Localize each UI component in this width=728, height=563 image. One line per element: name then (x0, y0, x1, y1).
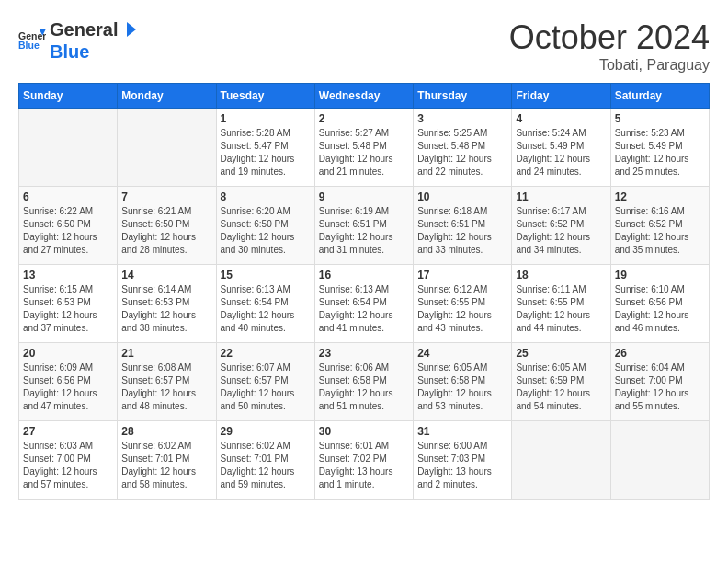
day-number: 6 (23, 190, 113, 203)
day-number: 16 (319, 269, 409, 282)
day-info: Sunrise: 6:02 AM Sunset: 7:01 PM Dayligh… (221, 440, 311, 491)
calendar-cell: 1 Sunrise: 5:28 AM Sunset: 5:47 PM Dayli… (216, 109, 314, 187)
day-info: Sunrise: 6:20 AM Sunset: 6:50 PM Dayligh… (221, 205, 311, 257)
calendar-cell: 12 Sunrise: 6:16 AM Sunset: 6:52 PM Dayl… (610, 187, 709, 265)
sunset: Sunset: 6:50 PM (221, 218, 311, 231)
sunrise: Sunrise: 6:14 AM (121, 283, 211, 296)
day-info: Sunrise: 6:13 AM Sunset: 6:54 PM Dayligh… (221, 283, 311, 335)
weekday-header-sunday: Sunday (19, 84, 118, 109)
svg-text:Blue: Blue (18, 40, 40, 51)
calendar-cell: 20 Sunrise: 6:09 AM Sunset: 6:56 PM Dayl… (19, 343, 118, 421)
day-info: Sunrise: 6:01 AM Sunset: 7:02 PM Dayligh… (319, 440, 409, 491)
day-info: Sunrise: 6:03 AM Sunset: 7:00 PM Dayligh… (23, 440, 113, 491)
sunrise: Sunrise: 6:19 AM (319, 205, 409, 218)
day-info: Sunrise: 6:11 AM Sunset: 6:55 PM Dayligh… (516, 283, 606, 335)
sunrise: Sunrise: 6:13 AM (221, 283, 311, 296)
sunset: Sunset: 5:48 PM (417, 140, 507, 153)
sunset: Sunset: 5:49 PM (516, 140, 606, 153)
calendar-cell: 16 Sunrise: 6:13 AM Sunset: 6:54 PM Dayl… (314, 265, 413, 343)
sunset: Sunset: 6:58 PM (417, 374, 507, 387)
day-info: Sunrise: 5:28 AM Sunset: 5:47 PM Dayligh… (221, 127, 311, 178)
day-number: 30 (319, 425, 409, 438)
day-info: Sunrise: 6:13 AM Sunset: 6:54 PM Dayligh… (319, 283, 409, 335)
day-info: Sunrise: 6:09 AM Sunset: 6:56 PM Dayligh… (23, 362, 113, 413)
calendar-cell: 8 Sunrise: 6:20 AM Sunset: 6:50 PM Dayli… (216, 187, 314, 265)
day-info: Sunrise: 5:24 AM Sunset: 5:49 PM Dayligh… (516, 127, 606, 178)
month-title: October 2024 (509, 18, 710, 57)
sunset: Sunset: 7:01 PM (221, 453, 311, 465)
title-area: October 2024 Tobati, Paraguay (509, 18, 710, 74)
sunset: Sunset: 6:53 PM (23, 296, 113, 309)
calendar-cell: 4 Sunrise: 5:24 AM Sunset: 5:49 PM Dayli… (512, 109, 610, 187)
weekday-header-monday: Monday (118, 84, 216, 109)
day-info: Sunrise: 6:21 AM Sunset: 6:50 PM Dayligh… (121, 205, 211, 257)
day-number: 27 (23, 425, 113, 438)
sunset: Sunset: 6:51 PM (417, 218, 507, 231)
day-info: Sunrise: 6:22 AM Sunset: 6:50 PM Dayligh… (23, 205, 113, 257)
calendar-cell: 2 Sunrise: 5:27 AM Sunset: 5:48 PM Dayli… (314, 109, 413, 187)
sunset: Sunset: 6:56 PM (615, 296, 705, 309)
daylight: Daylight: 12 hours and 34 minutes. (516, 231, 606, 257)
sunrise: Sunrise: 5:24 AM (516, 127, 606, 140)
calendar-table: SundayMondayTuesdayWednesdayThursdayFrid… (18, 83, 710, 500)
daylight: Daylight: 13 hours and 2 minutes. (417, 465, 507, 491)
weekday-header-friday: Friday (512, 84, 610, 109)
day-number: 10 (417, 190, 507, 203)
calendar-cell: 25 Sunrise: 6:05 AM Sunset: 6:59 PM Dayl… (512, 343, 610, 421)
sunrise: Sunrise: 6:09 AM (23, 362, 113, 374)
sunrise: Sunrise: 6:01 AM (319, 440, 409, 453)
daylight: Daylight: 12 hours and 43 minutes. (417, 309, 507, 335)
calendar-cell: 11 Sunrise: 6:17 AM Sunset: 6:52 PM Dayl… (512, 187, 610, 265)
day-number: 7 (121, 190, 211, 203)
calendar-cell: 24 Sunrise: 6:05 AM Sunset: 6:58 PM Dayl… (414, 343, 512, 421)
sunrise: Sunrise: 6:06 AM (319, 362, 409, 374)
sunset: Sunset: 6:50 PM (121, 218, 211, 231)
calendar-cell: 22 Sunrise: 6:07 AM Sunset: 6:57 PM Dayl… (216, 343, 314, 421)
day-info: Sunrise: 5:27 AM Sunset: 5:48 PM Dayligh… (319, 127, 409, 178)
daylight: Daylight: 12 hours and 35 minutes. (615, 231, 705, 257)
sunset: Sunset: 6:54 PM (319, 296, 409, 309)
daylight: Daylight: 12 hours and 41 minutes. (319, 309, 409, 335)
sunset: Sunset: 7:03 PM (417, 453, 507, 465)
calendar-cell: 6 Sunrise: 6:22 AM Sunset: 6:50 PM Dayli… (19, 187, 118, 265)
sunrise: Sunrise: 6:04 AM (615, 362, 705, 374)
sunrise: Sunrise: 6:10 AM (615, 283, 705, 296)
weekday-header-row: SundayMondayTuesdayWednesdayThursdayFrid… (19, 84, 710, 109)
sunrise: Sunrise: 5:28 AM (221, 127, 311, 140)
sunrise: Sunrise: 6:18 AM (417, 205, 507, 218)
daylight: Daylight: 12 hours and 31 minutes. (319, 231, 409, 257)
day-info: Sunrise: 5:25 AM Sunset: 5:48 PM Dayligh… (417, 127, 507, 178)
sunrise: Sunrise: 5:27 AM (319, 127, 409, 140)
day-info: Sunrise: 6:08 AM Sunset: 6:57 PM Dayligh… (121, 362, 211, 413)
sunrise: Sunrise: 6:02 AM (221, 440, 311, 453)
logo-text: General Blue (50, 18, 138, 63)
week-row-3: 13 Sunrise: 6:15 AM Sunset: 6:53 PM Dayl… (19, 265, 710, 343)
calendar-cell: 17 Sunrise: 6:12 AM Sunset: 6:55 PM Dayl… (414, 265, 512, 343)
logo-arrow-icon (119, 20, 138, 39)
daylight: Daylight: 12 hours and 54 minutes. (516, 387, 606, 413)
sunrise: Sunrise: 6:21 AM (121, 205, 211, 218)
sunrise: Sunrise: 5:25 AM (417, 127, 507, 140)
day-info: Sunrise: 6:07 AM Sunset: 6:57 PM Dayligh… (221, 362, 311, 413)
daylight: Daylight: 12 hours and 59 minutes. (221, 465, 311, 491)
day-number: 18 (516, 269, 606, 282)
sunrise: Sunrise: 6:16 AM (615, 205, 705, 218)
day-number: 28 (121, 425, 211, 438)
day-info: Sunrise: 6:00 AM Sunset: 7:03 PM Dayligh… (417, 440, 507, 491)
day-number: 24 (417, 347, 507, 360)
sunrise: Sunrise: 6:00 AM (417, 440, 507, 453)
weekday-header-thursday: Thursday (414, 84, 512, 109)
sunset: Sunset: 6:52 PM (615, 218, 705, 231)
daylight: Daylight: 12 hours and 44 minutes. (516, 309, 606, 335)
calendar-cell: 21 Sunrise: 6:08 AM Sunset: 6:57 PM Dayl… (118, 343, 216, 421)
calendar-cell: 29 Sunrise: 6:02 AM Sunset: 7:01 PM Dayl… (216, 421, 314, 500)
day-number: 17 (417, 269, 507, 282)
sunset: Sunset: 6:51 PM (319, 218, 409, 231)
calendar-cell: 3 Sunrise: 5:25 AM Sunset: 5:48 PM Dayli… (414, 109, 512, 187)
sunrise: Sunrise: 6:08 AM (121, 362, 211, 374)
day-info: Sunrise: 6:06 AM Sunset: 6:58 PM Dayligh… (319, 362, 409, 413)
calendar-cell: 14 Sunrise: 6:14 AM Sunset: 6:53 PM Dayl… (118, 265, 216, 343)
daylight: Daylight: 12 hours and 19 minutes. (221, 153, 311, 178)
sunrise: Sunrise: 6:17 AM (516, 205, 606, 218)
sunset: Sunset: 6:55 PM (417, 296, 507, 309)
